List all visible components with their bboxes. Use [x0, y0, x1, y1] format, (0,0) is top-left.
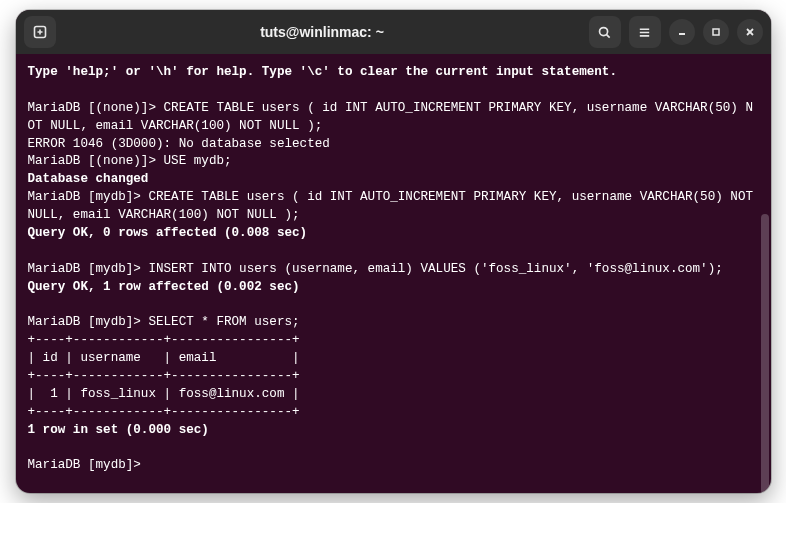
terminal-line: MariaDB [mydb]> CREATE TABLE users ( id … [28, 189, 759, 225]
window-title: tuts@winlinmac: ~ [64, 24, 581, 40]
close-icon [744, 26, 756, 38]
terminal-line: +----+------------+----------------+ [28, 368, 759, 386]
terminal-window: tuts@winlinmac: ~ [16, 10, 771, 493]
terminal-line: | 1 | foss_linux | foss@linux.com | [28, 386, 759, 404]
search-icon [597, 25, 612, 40]
terminal-line: 1 row in set (0.000 sec) [28, 422, 759, 440]
terminal-line: Database changed [28, 171, 759, 189]
maximize-button[interactable] [703, 19, 729, 45]
svg-line-4 [607, 34, 610, 37]
hamburger-icon [637, 25, 652, 40]
terminal-line: | id | username | email | [28, 350, 759, 368]
terminal-line: MariaDB [mydb]> INSERT INTO users (usern… [28, 261, 759, 279]
terminal-line [28, 439, 759, 457]
scrollbar-thumb[interactable] [761, 214, 769, 493]
terminal-line [28, 82, 759, 100]
terminal-line: MariaDB [mydb]> [28, 457, 759, 475]
svg-point-3 [600, 27, 608, 35]
terminal-line: MariaDB [(none)]> CREATE TABLE users ( i… [28, 100, 759, 136]
svg-rect-9 [713, 29, 719, 35]
terminal-line: +----+------------+----------------+ [28, 332, 759, 350]
minimize-icon [676, 26, 688, 38]
terminal-line: Type 'help;' or '\h' for help. Type '\c'… [28, 64, 759, 82]
close-button[interactable] [737, 19, 763, 45]
terminal-content[interactable]: Type 'help;' or '\h' for help. Type '\c'… [28, 64, 759, 475]
terminal-line: MariaDB [(none)]> USE mydb; [28, 153, 759, 171]
terminal-line: +----+------------+----------------+ [28, 404, 759, 422]
terminal-line [28, 243, 759, 261]
minimize-button[interactable] [669, 19, 695, 45]
terminal-line: Query OK, 0 rows affected (0.008 sec) [28, 225, 759, 243]
new-tab-icon [32, 24, 48, 40]
terminal-line: MariaDB [mydb]> SELECT * FROM users; [28, 314, 759, 332]
terminal-line: ERROR 1046 (3D000): No database selected [28, 136, 759, 154]
terminal-body[interactable]: Type 'help;' or '\h' for help. Type '\c'… [16, 54, 771, 493]
search-button[interactable] [589, 16, 621, 48]
terminal-line: Query OK, 1 row affected (0.002 sec) [28, 279, 759, 297]
titlebar: tuts@winlinmac: ~ [16, 10, 771, 54]
maximize-icon [710, 26, 722, 38]
new-tab-button[interactable] [24, 16, 56, 48]
terminal-line [28, 296, 759, 314]
menu-button[interactable] [629, 16, 661, 48]
